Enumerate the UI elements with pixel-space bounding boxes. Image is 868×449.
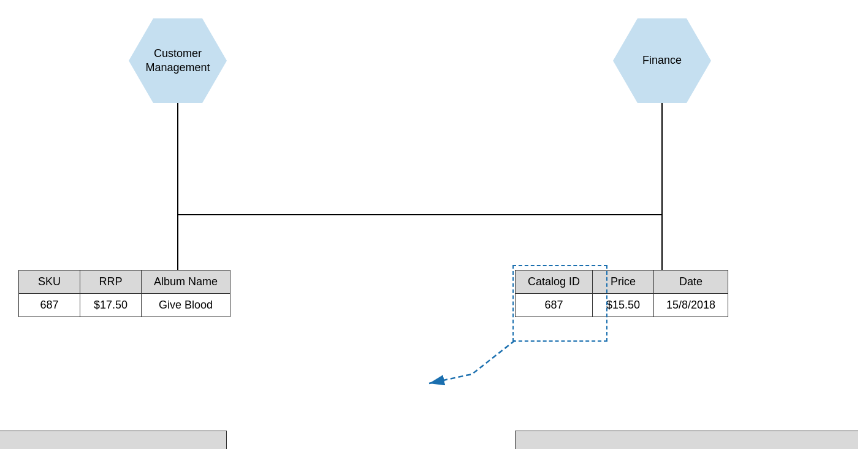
customer-table-cell-sku: 687 bbox=[19, 294, 80, 317]
finance-table-cell-date: 15/8/2018 bbox=[654, 294, 728, 317]
finance-table-col-catalog: Catalog ID bbox=[516, 271, 593, 294]
customer-table-cell-rrp: $17.50 bbox=[80, 294, 142, 317]
customer-table-col-rrp: RRP bbox=[80, 271, 142, 294]
customer-table: SKU RRP Album Name 687 $17.50 Give Blood bbox=[18, 270, 230, 317]
finance-table-header-row: Catalog ID Price Date bbox=[516, 271, 728, 294]
finance-table-col-date: Date bbox=[654, 271, 728, 294]
finance-table-col-price: Price bbox=[593, 271, 654, 294]
customer-table-cell-album: Give Blood bbox=[142, 294, 230, 317]
bottom-bar-left bbox=[0, 431, 227, 449]
customer-table-col-album: Album Name bbox=[142, 271, 230, 294]
finance-hexagon: Finance bbox=[613, 18, 711, 103]
bottom-bar-right bbox=[515, 431, 858, 449]
finance-table: Catalog ID Price Date 687 $15.50 15/8/20… bbox=[515, 270, 728, 317]
finance-table-cell-price: $15.50 bbox=[593, 294, 654, 317]
customer-table-row: 687 $17.50 Give Blood bbox=[19, 294, 230, 317]
main-canvas: Customer Management Finance SKU RRP Albu… bbox=[0, 0, 868, 449]
finance-hex-shape: Finance bbox=[613, 18, 711, 103]
customer-management-label: Customer Management bbox=[139, 47, 216, 75]
finance-table-row: 687 $15.50 15/8/2018 bbox=[516, 294, 728, 317]
customer-table-col-sku: SKU bbox=[19, 271, 80, 294]
customer-management-hex-shape: Customer Management bbox=[129, 18, 227, 103]
finance-table-cell-catalog: 687 bbox=[516, 294, 593, 317]
customer-management-hexagon: Customer Management bbox=[129, 18, 227, 103]
finance-label: Finance bbox=[636, 53, 688, 67]
customer-table-header-row: SKU RRP Album Name bbox=[19, 271, 230, 294]
